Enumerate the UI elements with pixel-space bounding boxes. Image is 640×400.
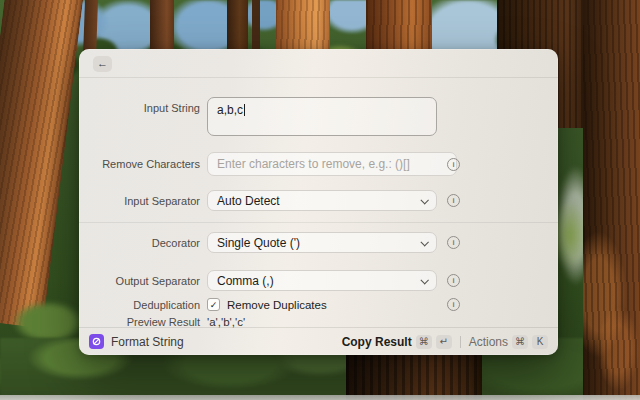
copy-result-action[interactable]: Copy Result ⌘ ↵ bbox=[342, 335, 452, 349]
remove-characters-input[interactable] bbox=[207, 152, 457, 176]
chevron-down-icon bbox=[420, 238, 428, 246]
input-string-value: a,b,c bbox=[217, 103, 243, 117]
input-separator-dropdown[interactable]: Auto Detect bbox=[207, 190, 437, 211]
input-string-label: Input String bbox=[79, 97, 200, 114]
command-key-icon: ⌘ bbox=[416, 335, 432, 349]
row-input-string: Input String a,b,c bbox=[79, 97, 558, 136]
input-string-textarea[interactable]: a,b,c bbox=[207, 97, 437, 136]
row-input-separator: Input Separator Auto Detect i bbox=[79, 190, 558, 211]
chevron-down-icon bbox=[420, 276, 428, 284]
action-bar: Format String Copy Result ⌘ ↵ Actions ⌘ … bbox=[79, 327, 558, 355]
remove-duplicates-option-label[interactable]: Remove Duplicates bbox=[227, 299, 327, 311]
decorator-label: Decorator bbox=[79, 237, 200, 249]
return-key-icon: ↵ bbox=[436, 335, 452, 349]
copy-result-label: Copy Result bbox=[342, 335, 412, 349]
input-separator-label: Input Separator bbox=[79, 195, 200, 207]
tree-trunk bbox=[252, 0, 260, 52]
actions-label: Actions bbox=[469, 335, 508, 349]
output-separator-label: Output Separator bbox=[79, 275, 200, 287]
row-decorator: Decorator Single Quote (') i bbox=[79, 232, 558, 253]
checkmark-icon: ✓ bbox=[210, 300, 218, 310]
command-key-icon: ⌘ bbox=[512, 335, 528, 349]
info-icon[interactable]: i bbox=[447, 236, 460, 249]
info-icon[interactable]: i bbox=[447, 298, 460, 311]
format-string-window: ← Input String a,b,c Remove Characters i… bbox=[79, 49, 558, 355]
row-remove-characters: Remove Characters i bbox=[79, 152, 558, 176]
actions-menu-button[interactable]: Actions ⌘ K bbox=[469, 335, 548, 349]
output-separator-value: Comma (,) bbox=[217, 274, 274, 288]
info-icon[interactable]: i bbox=[447, 194, 460, 207]
footer-divider bbox=[460, 336, 461, 348]
info-icon[interactable]: i bbox=[447, 158, 460, 171]
decorator-dropdown[interactable]: Single Quote (') bbox=[207, 232, 437, 253]
tree-trunk bbox=[346, 348, 482, 400]
section-divider bbox=[79, 222, 558, 223]
slashed-circle-icon bbox=[92, 337, 101, 346]
info-icon[interactable]: i bbox=[447, 274, 460, 287]
row-deduplication: Deduplication ✓ Remove Duplicates i bbox=[79, 298, 558, 311]
app-name-label: Format String bbox=[111, 335, 184, 349]
decorator-value: Single Quote (') bbox=[217, 236, 300, 250]
back-button[interactable]: ← bbox=[93, 56, 112, 72]
output-separator-dropdown[interactable]: Comma (,) bbox=[207, 270, 437, 291]
format-string-app-icon bbox=[89, 334, 104, 349]
input-separator-value: Auto Detect bbox=[217, 194, 280, 208]
remove-duplicates-checkbox[interactable]: ✓ bbox=[207, 298, 220, 311]
k-key-icon: K bbox=[532, 335, 548, 349]
tree-trunk bbox=[583, 0, 640, 400]
chevron-down-icon bbox=[420, 196, 428, 204]
window-header: ← bbox=[79, 49, 558, 78]
remove-characters-label: Remove Characters bbox=[79, 158, 200, 170]
row-output-separator: Output Separator Comma (,) i bbox=[79, 270, 558, 291]
text-cursor bbox=[244, 104, 245, 116]
ground-strip bbox=[0, 395, 640, 400]
back-arrow-icon: ← bbox=[97, 57, 108, 69]
deduplication-label: Deduplication bbox=[79, 299, 200, 311]
